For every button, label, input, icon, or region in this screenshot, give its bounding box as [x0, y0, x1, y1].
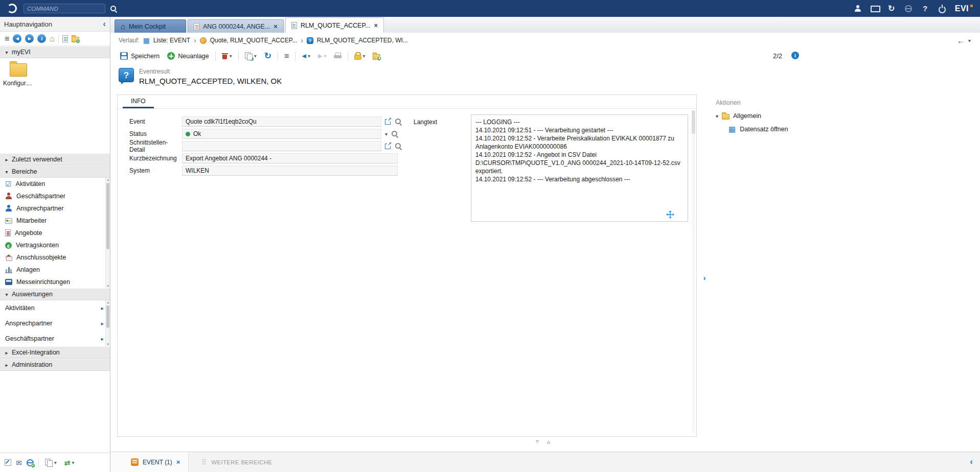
- document-icon[interactable]: [62, 35, 68, 42]
- note-icon[interactable]: [5, 459, 11, 466]
- scrollbar[interactable]: [105, 178, 110, 288]
- breadcrumb-item-liste-event[interactable]: Liste: EVENT: [153, 37, 190, 44]
- history-dropdown-icon[interactable]: [968, 38, 971, 43]
- sidebar-collapse-icon[interactable]: [103, 19, 106, 29]
- sidebar-item-anlagen[interactable]: Anlagen: [0, 264, 110, 276]
- scrollbar[interactable]: [105, 300, 110, 346]
- close-tab-icon[interactable]: [374, 21, 378, 29]
- sidebar-section-auswertungen[interactable]: Auswertungen: [0, 288, 110, 300]
- sidebar-item-konfiguration[interactable]: Konfigurat...: [3, 63, 34, 87]
- search-icon[interactable]: [110, 5, 117, 12]
- duplicate-button[interactable]: [243, 51, 258, 61]
- scrollbar-thumb[interactable]: [106, 305, 109, 328]
- status-field[interactable]: Ok: [182, 129, 381, 139]
- separator: [215, 52, 216, 61]
- system-field[interactable]: WILKEN: [182, 166, 398, 176]
- kurzbezeichnung-field[interactable]: Export Angebot ANG 0000244 -: [182, 153, 398, 163]
- move-icon[interactable]: [666, 210, 674, 219]
- report-item-geschaeftspartner[interactable]: Geschäftspartner: [0, 331, 110, 346]
- report-item-ansprechpartner[interactable]: Ansprechpartner: [0, 316, 110, 331]
- print-button[interactable]: [332, 52, 343, 61]
- nav-forward-icon[interactable]: [25, 34, 34, 43]
- breadcrumb-item-current[interactable]: RLM_QUOTE_ACCEPTED, WI...: [317, 37, 408, 44]
- globe-export-icon[interactable]: [27, 459, 34, 466]
- home-icon[interactable]: [50, 34, 55, 43]
- sidebar-section-bereiche[interactable]: Bereiche: [0, 166, 110, 178]
- breadcrumb-item-quote[interactable]: Quote, RLM_QUOTE_ACCEP...: [210, 37, 298, 44]
- refresh-button[interactable]: [263, 50, 273, 62]
- sidebar-item-mitarbeiter[interactable]: Mitarbeiter: [0, 215, 110, 227]
- new-folder-icon[interactable]: [72, 37, 79, 42]
- expand-up-icon[interactable]: [547, 438, 550, 445]
- weitere-bereiche-label: WEITERE BEREICHE: [211, 459, 272, 465]
- power-icon[interactable]: [936, 3, 948, 14]
- weitere-bereiche[interactable]: WEITERE BEREICHE: [202, 459, 272, 465]
- history-back-icon[interactable]: [957, 36, 965, 45]
- bottom-tab-event[interactable]: EVENT (1): [110, 452, 189, 472]
- schnittstellen-detail-field[interactable]: [182, 141, 381, 151]
- globe-icon[interactable]: [902, 3, 915, 14]
- business-partner-icon: [5, 193, 12, 200]
- sidebar-item-aktivitaeten[interactable]: Aktivitäten: [0, 178, 110, 190]
- actions-group-allgemein[interactable]: Allgemein: [710, 109, 974, 123]
- sidebar-item-anschlussobjekte[interactable]: Anschlussobjekte: [0, 251, 110, 264]
- info-circle-icon[interactable]: [37, 34, 46, 43]
- nav-back-icon[interactable]: [13, 34, 21, 43]
- sidebar-section-administration[interactable]: Administration: [0, 359, 110, 371]
- event-field[interactable]: Quote cdlk7l1f1eqb2coQu: [182, 116, 381, 127]
- sidebar-item-ansprechpartner[interactable]: Ansprechpartner: [0, 202, 110, 215]
- lookup-icon[interactable]: [391, 130, 398, 137]
- sidebar-section-recent[interactable]: Zuletzt verwendet: [0, 153, 110, 166]
- sidebar-item-angebote[interactable]: Angebote: [0, 227, 110, 239]
- sidebar-section-myevi[interactable]: myEVI: [0, 46, 110, 58]
- folder-plus-icon: [373, 54, 380, 60]
- command-search[interactable]: [24, 4, 105, 13]
- close-tab-icon[interactable]: [176, 458, 180, 466]
- new-record-button[interactable]: Neuanlage: [166, 51, 210, 61]
- collapse-down-icon[interactable]: [536, 438, 539, 445]
- scrollbar-thumb[interactable]: [692, 110, 695, 134]
- scrollbar[interactable]: [692, 110, 695, 433]
- lookup-icon[interactable]: [395, 143, 402, 150]
- sidebar-item-vertragskonten[interactable]: Vertragskonten: [0, 239, 110, 251]
- redo-icon[interactable]: [885, 3, 898, 14]
- mail-icon[interactable]: [16, 459, 22, 467]
- collapse-left-icon[interactable]: [970, 457, 973, 467]
- action-datensatz-oeffnen[interactable]: Datensatz öffnen: [710, 123, 974, 135]
- copy-button[interactable]: [43, 458, 58, 467]
- list-menu-button[interactable]: [283, 51, 290, 62]
- tab-rlm-quote-accepted[interactable]: RLM_QUOTE_ACCEP...: [285, 17, 384, 33]
- separator: [278, 52, 278, 61]
- contract-account-icon: [5, 242, 12, 249]
- actions-panel-toggle-icon[interactable]: [701, 273, 708, 282]
- tab-mein-cockpit[interactable]: Mein Cockpit: [115, 19, 186, 33]
- tab-ang-0000244[interactable]: ANG 0000244, ANGE...: [188, 19, 284, 33]
- sidebar-item-messeinrichtungen[interactable]: Messeinrichtungen: [0, 276, 110, 288]
- inbox-icon[interactable]: [869, 3, 881, 14]
- detail-tabstrip: INFO: [118, 95, 696, 109]
- next-record-button[interactable]: [316, 52, 328, 60]
- lock-button[interactable]: [353, 51, 367, 61]
- report-item-aktivitaeten[interactable]: Aktivitäten: [0, 300, 110, 316]
- close-tab-icon[interactable]: [274, 22, 278, 30]
- open-link-icon[interactable]: [385, 143, 391, 149]
- add-to-folder-button[interactable]: [371, 52, 382, 61]
- menu-icon[interactable]: [5, 34, 9, 43]
- sync-button[interactable]: [63, 458, 76, 468]
- previous-record-button[interactable]: [300, 52, 312, 60]
- sidebar-item-geschaeftspartner[interactable]: Geschäftspartner: [0, 190, 110, 202]
- scrollbar-thumb[interactable]: [106, 183, 109, 249]
- info-icon[interactable]: [791, 52, 799, 59]
- user-icon[interactable]: [852, 3, 864, 14]
- delete-button[interactable]: [220, 51, 234, 61]
- lookup-icon[interactable]: [395, 118, 402, 125]
- langtext-field[interactable]: --- LOGGING --- 14.10.2021 09:12:51 - --…: [471, 114, 688, 222]
- command-input[interactable]: [27, 6, 102, 12]
- save-button[interactable]: Speichern: [119, 51, 161, 61]
- open-link-icon[interactable]: [385, 119, 391, 125]
- sidebar-section-excel[interactable]: Excel-Integration: [0, 346, 110, 359]
- dropdown-icon[interactable]: [385, 131, 388, 137]
- help-icon[interactable]: [919, 3, 931, 14]
- detail-form: Event Quote cdlk7l1f1eqb2coQu Status Ok …: [129, 115, 402, 177]
- tab-info[interactable]: INFO: [123, 95, 154, 108]
